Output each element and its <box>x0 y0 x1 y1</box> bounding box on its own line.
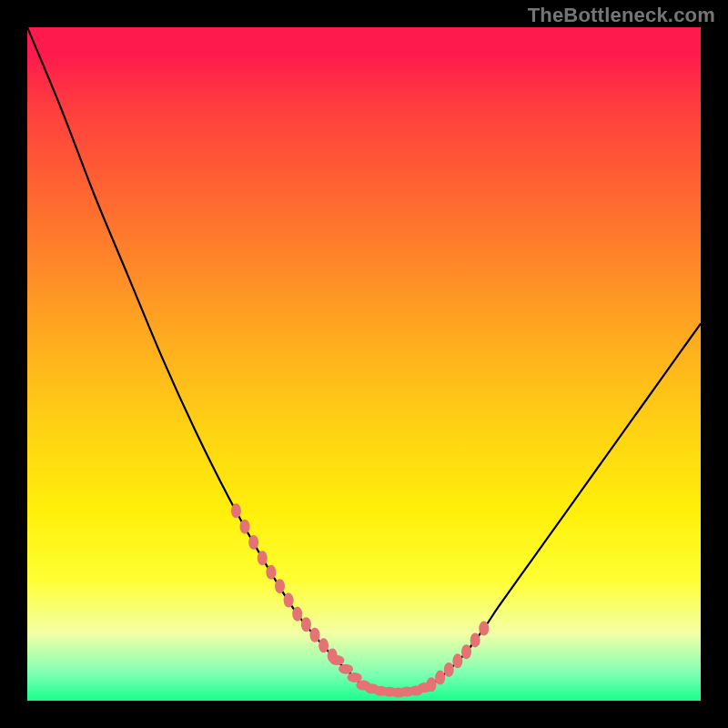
highlight-marker <box>444 662 454 677</box>
highlight-marker <box>284 593 294 608</box>
highlight-marker <box>461 644 471 659</box>
highlight-marker <box>275 579 285 593</box>
highlight-marker <box>301 617 311 632</box>
highlight-marker <box>348 672 362 682</box>
highlight-marker <box>452 653 462 668</box>
highlight-marker <box>248 535 258 550</box>
bottleneck-curve <box>27 27 701 693</box>
highlight-marker <box>435 671 445 685</box>
curve-svg <box>27 27 701 701</box>
highlight-marker <box>470 632 480 647</box>
highlight-marker <box>427 677 437 692</box>
highlight-marker <box>240 520 250 534</box>
highlight-marker <box>318 638 329 652</box>
highlight-marker <box>339 664 353 674</box>
plot-area <box>27 27 701 701</box>
highlight-marker <box>479 622 489 636</box>
highlight-marker <box>231 503 241 518</box>
watermark-text: TheBottleneck.com <box>528 4 715 27</box>
highlight-marker <box>309 628 319 642</box>
curve-path <box>27 27 701 693</box>
highlight-marker <box>292 607 302 622</box>
highlight-marker <box>266 565 276 580</box>
highlight-marker <box>258 551 268 565</box>
chart-frame: TheBottleneck.com <box>0 0 728 728</box>
highlight-marker <box>329 655 344 665</box>
highlight-markers <box>231 503 489 697</box>
